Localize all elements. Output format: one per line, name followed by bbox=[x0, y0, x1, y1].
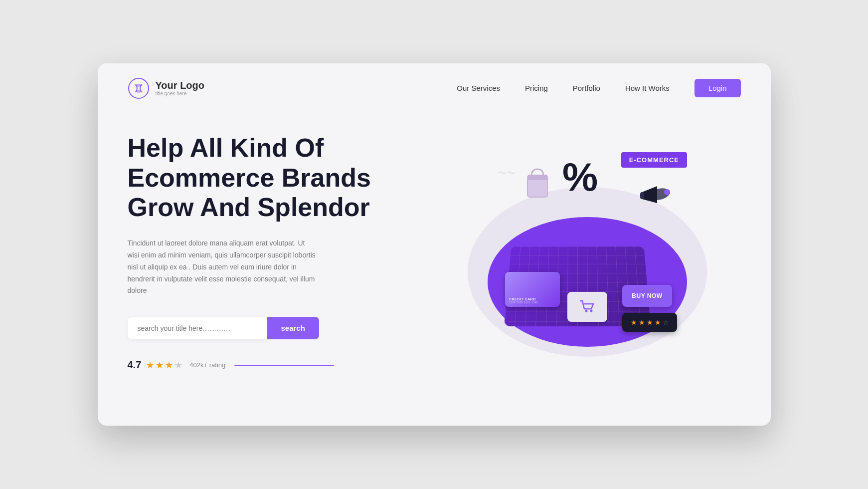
buy-now-label: BUY NOW bbox=[632, 292, 662, 299]
badge-star-1: ★ bbox=[631, 318, 637, 326]
svg-point-0 bbox=[129, 78, 149, 98]
star-4: ★ bbox=[174, 360, 182, 371]
svg-rect-3 bbox=[640, 192, 644, 199]
logo-title: Your Logo bbox=[156, 80, 205, 91]
search-bar: search bbox=[128, 317, 414, 339]
rating-row: 4.7 ★ ★ ★ ★ 402k+ rating bbox=[128, 359, 414, 371]
navbar: Your Logo title goes here Our Services P… bbox=[98, 63, 771, 113]
search-button[interactable]: search bbox=[267, 317, 319, 339]
search-input[interactable] bbox=[128, 317, 267, 339]
nav-item-login[interactable]: Login bbox=[694, 84, 741, 93]
nav-login-button[interactable]: Login bbox=[694, 79, 741, 97]
stars: ★ ★ ★ ★ bbox=[146, 360, 182, 371]
svg-point-6 bbox=[590, 310, 593, 312]
badge-star-4: ★ bbox=[655, 318, 661, 326]
bag-icon bbox=[522, 162, 552, 202]
rating-line bbox=[234, 365, 334, 366]
star-1: ★ bbox=[146, 360, 154, 371]
svg-point-4 bbox=[664, 189, 670, 195]
stars-badge: ★ ★ ★ ★ ☆ bbox=[622, 313, 677, 332]
nav-link-portfolio[interactable]: Portfolio bbox=[573, 84, 600, 92]
page-wrapper: Your Logo title goes here Our Services P… bbox=[98, 63, 771, 426]
cart-icon bbox=[578, 298, 596, 316]
logo-area: Your Logo title goes here bbox=[128, 77, 205, 99]
nav-link-pricing[interactable]: Pricing bbox=[525, 84, 548, 92]
buy-now-button: BUY NOW bbox=[622, 285, 672, 307]
svg-point-5 bbox=[585, 310, 588, 312]
logo-text-wrap: Your Logo title goes here bbox=[156, 80, 205, 96]
hero-section: Help All Kind Of Ecommerce Brands Grow A… bbox=[98, 113, 771, 396]
cart-item bbox=[567, 292, 607, 322]
credit-card-label: CREDIT CARD bbox=[509, 297, 556, 301]
percent-sign: % bbox=[562, 157, 598, 197]
hero-description: Tincidunt ut laoreet dolore mana aliquam… bbox=[128, 238, 317, 297]
badge-star-5: ☆ bbox=[663, 318, 669, 326]
svg-rect-2 bbox=[527, 175, 547, 180]
birds-decoration: 〜〜 bbox=[498, 167, 516, 179]
nav-item-portfolio[interactable]: Portfolio bbox=[573, 84, 600, 93]
nav-item-how-it-works[interactable]: How It Works bbox=[625, 84, 670, 93]
shopping-bag bbox=[522, 162, 552, 204]
logo-icon bbox=[128, 77, 150, 99]
hero-left: Help All Kind Of Ecommerce Brands Grow A… bbox=[128, 133, 434, 371]
illustration: CREDIT CARD 1234 5678 9101 2345 BUY NOW … bbox=[458, 137, 717, 367]
megaphone-icon bbox=[637, 177, 677, 217]
ecommerce-badge: E-COMMERCE bbox=[621, 152, 687, 168]
nav-item-pricing[interactable]: Pricing bbox=[525, 84, 548, 93]
nav-link-services[interactable]: Our Services bbox=[457, 84, 500, 92]
credit-card: CREDIT CARD 1234 5678 9101 2345 bbox=[505, 272, 560, 307]
logo-subtitle: title goes here bbox=[156, 91, 205, 96]
hero-right: CREDIT CARD 1234 5678 9101 2345 BUY NOW … bbox=[434, 137, 741, 367]
star-2: ★ bbox=[156, 360, 164, 371]
nav-links: Our Services Pricing Portfolio How It Wo… bbox=[457, 84, 740, 93]
badge-star-3: ★ bbox=[647, 318, 653, 326]
badge-star-2: ★ bbox=[639, 318, 645, 326]
rating-number: 4.7 bbox=[128, 359, 142, 371]
megaphone bbox=[637, 177, 677, 219]
hero-title: Help All Kind Of Ecommerce Brands Grow A… bbox=[128, 133, 414, 223]
nav-link-how-it-works[interactable]: How It Works bbox=[625, 84, 670, 92]
credit-card-number: 1234 5678 9101 2345 bbox=[509, 301, 556, 304]
nav-item-services[interactable]: Our Services bbox=[457, 84, 500, 93]
star-3: ★ bbox=[165, 360, 173, 371]
rating-text: 402k+ rating bbox=[189, 361, 225, 369]
